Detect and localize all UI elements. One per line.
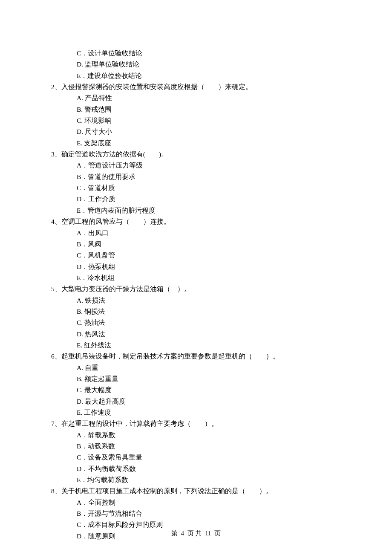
option-text: A. 铁损法 — [77, 295, 341, 306]
option-text: E．建设单位验收结论 — [77, 70, 341, 81]
option-group: A. 自重 B. 额定起重量 C. 最大幅度 D. 最大起升高度 E. 工作速度 — [77, 362, 341, 419]
page: C．设计单位验收结论 D. 监理单位验收结论 E．建设单位验收结论 2、入侵报警… — [0, 0, 392, 555]
option-text: E．管道内表面的脏污程度 — [77, 205, 341, 216]
option-text: D．工作介质 — [77, 194, 341, 205]
footer-total-pages: 11 — [205, 530, 211, 537]
question-stem: 7、在起重工程的设计中，计算载荷主要考虑（ ）。 — [51, 418, 341, 429]
question-stem: 2、入侵报警探测器的安装位置和安装高度应根据（ ）来确定。 — [51, 81, 341, 92]
orphan-option-group: C．设计单位验收结论 D. 监理单位验收结论 E．建设单位验收结论 — [77, 48, 341, 81]
option-text: A．静载系数 — [77, 430, 341, 441]
question-5: 5、大型电力变压器的干燥方法是油箱（ ）。 A. 铁损法 B. 铜损法 C. 热… — [51, 283, 341, 351]
footer-page-number: 4 — [181, 530, 184, 537]
question-stem: 5、大型电力变压器的干燥方法是油箱（ ）。 — [51, 283, 341, 295]
question-6: 6、起重机吊装设备时，制定吊装技术方案的重要参数是起重机的（ ）。 A. 自重 … — [51, 351, 341, 418]
question-2: 2、入侵报警探测器的安装位置和安装高度应根据（ ）来确定。 A. 产品特性 B.… — [51, 81, 341, 149]
option-text: B. 警戒范围 — [77, 104, 341, 115]
option-text: D. 尺寸大小 — [77, 126, 341, 137]
question-stem: 3、确定管道吹洗方法的依据有( )。 — [51, 149, 341, 160]
option-text: B. 铜损法 — [77, 306, 341, 317]
option-text: C．风机盘管 — [77, 250, 341, 261]
option-text: E. 支架底座 — [77, 138, 341, 149]
option-text: B. 额定起重量 — [77, 373, 341, 384]
option-text: A．出风口 — [77, 228, 341, 239]
option-text: B．管道的使用要求 — [77, 171, 341, 182]
option-text: C．设备及索吊具重量 — [77, 452, 341, 463]
footer-suffix: 页 — [214, 530, 221, 537]
option-text: A．管道设计压力等级 — [77, 160, 341, 171]
page-footer: 第 4 页 共 11 页 — [0, 528, 392, 539]
option-text: E．均匀载荷系数 — [77, 474, 341, 486]
option-group: A. 铁损法 B. 铜损法 C. 热油法 D. 热风法 E. 红外线法 — [77, 295, 341, 351]
option-text: A. 自重 — [77, 362, 341, 373]
option-text: C. 最大幅度 — [77, 384, 341, 396]
question-7: 7、在起重工程的设计中，计算载荷主要考虑（ ）。 A．静载系数 B．动载系数 C… — [51, 418, 341, 486]
option-group: A．静载系数 B．动载系数 C．设备及索吊具重量 D．不均衡载荷系数 E．均匀载… — [77, 430, 341, 486]
option-text: D．不均衡载荷系数 — [77, 463, 341, 474]
option-text: D. 热风法 — [77, 329, 341, 340]
question-stem: 4、空调工程的风管应与（ ）连接。 — [51, 216, 341, 227]
option-text: E．冷水机组 — [77, 272, 341, 283]
option-group: A．出风口 B．风阀 C．风机盘管 D．热泵机组 E．冷水机组 — [77, 228, 341, 284]
option-text: C. 热油法 — [77, 317, 341, 328]
footer-prefix: 第 — [171, 530, 178, 537]
footer-mid: 页 共 — [187, 530, 202, 537]
option-text: C．管道材质 — [77, 182, 341, 194]
option-text: A．全面控制 — [77, 497, 341, 508]
option-text: B．动载系数 — [77, 441, 341, 452]
option-text: C．设计单位验收结论 — [77, 48, 341, 59]
option-text: D. 最大起升高度 — [77, 396, 341, 407]
option-group: A. 产品特性 B. 警戒范围 C. 环境影响 D. 尺寸大小 E. 支架底座 — [77, 92, 341, 149]
option-text: E. 工作速度 — [77, 407, 341, 418]
question-stem: 6、起重机吊装设备时，制定吊装技术方案的重要参数是起重机的（ ）。 — [51, 351, 341, 362]
option-text: E. 红外线法 — [77, 340, 341, 351]
option-text: A. 产品特性 — [77, 92, 341, 104]
option-text: C. 环境影响 — [77, 115, 341, 126]
question-stem: 8、关于机电工程项目施工成本控制的原则，下列说法正确的是（ ）。 — [51, 486, 341, 497]
question-3: 3、确定管道吹洗方法的依据有( )。 A．管道设计压力等级 B．管道的使用要求 … — [51, 149, 341, 216]
question-4: 4、空调工程的风管应与（ ）连接。 A．出风口 B．风阀 C．风机盘管 D．热泵… — [51, 216, 341, 283]
option-text: D．热泵机组 — [77, 261, 341, 272]
option-text: D. 监理单位验收结论 — [77, 59, 341, 70]
option-group: A．管道设计压力等级 B．管道的使用要求 C．管道材质 D．工作介质 E．管道内… — [77, 160, 341, 216]
option-text: B．风阀 — [77, 239, 341, 250]
option-text: B．开源与节流相结合 — [77, 508, 341, 519]
